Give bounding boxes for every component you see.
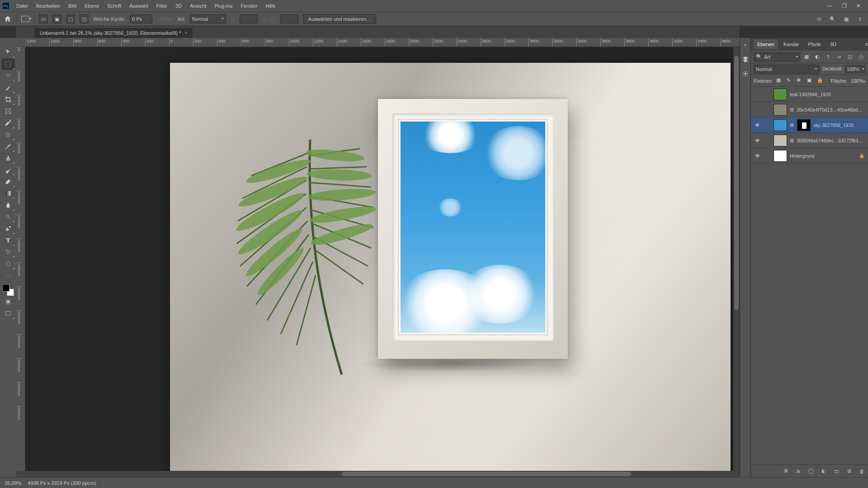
menu-item[interactable]: Schrift [104, 1, 125, 10]
expand-dock-icon[interactable]: « [741, 41, 750, 49]
stamp-tool[interactable] [1, 152, 15, 164]
path-select-tool[interactable] [1, 246, 15, 258]
tab-3d[interactable]: 3D [826, 39, 840, 49]
layer-name[interactable]: 09c540e4f70d13…43ce46bd18f3f2 [797, 107, 865, 113]
menu-item[interactable]: Datei [13, 1, 32, 10]
pen-tool[interactable] [1, 223, 15, 235]
crop-tool[interactable] [1, 94, 15, 105]
selection-subtract-icon[interactable]: ▢ [66, 14, 75, 23]
visibility-toggle-icon[interactable]: 👁 [754, 137, 761, 144]
filter-shape-icon[interactable]: ▱ [835, 52, 844, 61]
quick-mask-icon[interactable] [1, 296, 15, 308]
brush-tool[interactable] [1, 141, 15, 152]
minimize-button[interactable]: — [823, 3, 836, 9]
search-icon[interactable]: 🔍 [828, 14, 837, 23]
filter-toggle-icon[interactable]: ⏻ [856, 52, 865, 61]
canvas-area[interactable]: 1200100080060040020002004006008001000120… [16, 38, 740, 477]
tab-paths[interactable]: Pfade [804, 39, 825, 49]
layer-name[interactable]: Hintergrund [790, 153, 856, 159]
lock-artboard-icon[interactable]: ▣ [807, 77, 814, 84]
menu-item[interactable]: Filter [153, 1, 171, 10]
wand-tool[interactable] [1, 82, 15, 94]
style-select[interactable]: Normal [190, 14, 226, 23]
filter-type-icon[interactable]: T [824, 52, 833, 61]
lock-paint-icon[interactable]: ✎ [787, 77, 793, 84]
properties-icon[interactable] [741, 70, 750, 78]
dodge-tool[interactable] [1, 211, 15, 223]
workspace-icon[interactable]: ▦ [842, 14, 851, 23]
restore-button[interactable]: ❐ [837, 3, 851, 9]
marquee-tool[interactable] [1, 58, 15, 70]
feather-input[interactable]: 0 Px [130, 14, 152, 23]
delete-layer-icon[interactable]: 🗑 [858, 468, 865, 475]
tab-channels[interactable]: Kanäle [780, 39, 802, 49]
visibility-toggle-icon[interactable]: 👁 [754, 122, 761, 129]
type-tool[interactable] [1, 235, 15, 246]
close-tab-icon[interactable]: × [185, 30, 188, 35]
lock-all-icon[interactable]: 🔒 [817, 77, 824, 84]
lock-position-icon[interactable]: ✥ [797, 77, 803, 84]
layer-row[interactable]: 👁⛓306048a5746dec…b3172fb3a6c08 [751, 133, 868, 148]
layer-name[interactable]: 306048a5746dec…b3172fb3a6c08 [797, 138, 865, 143]
horizontal-scrollbar[interactable] [16, 471, 740, 477]
layer-thumbnail[interactable] [774, 89, 787, 100]
frame-tool[interactable] [1, 105, 15, 117]
blend-mode-select[interactable]: Normal [754, 65, 820, 74]
menu-item[interactable]: 3D [172, 1, 185, 10]
menu-item[interactable]: Plug-ins [211, 1, 236, 10]
adjustment-icon[interactable]: ◐ [820, 468, 827, 475]
mask-icon[interactable]: ◯ [807, 468, 815, 475]
move-tool[interactable] [1, 47, 15, 58]
vertical-scrollbar[interactable] [733, 47, 740, 471]
panel-menu-icon[interactable]: ≡ [865, 42, 868, 47]
selection-new-icon[interactable]: ▭ [39, 14, 48, 23]
visibility-toggle-icon[interactable] [754, 106, 761, 113]
filter-smart-icon[interactable]: ◫ [845, 52, 854, 61]
layer-row[interactable]: ⛓09c540e4f70d13…43ce46bd18f3f2 [751, 102, 868, 117]
filter-adjust-icon[interactable]: ◐ [813, 52, 822, 61]
fx-icon[interactable]: fx [795, 468, 802, 475]
layer-thumbnail[interactable] [774, 150, 787, 162]
selection-intersect-icon[interactable]: ◫ [80, 14, 89, 23]
layer-name[interactable]: sky-3027856_1920 [813, 122, 865, 128]
lasso-tool[interactable] [1, 70, 15, 82]
document-tab[interactable]: Unbenannt-1 bei 26,1% (sky-3027856_1920,… [34, 27, 193, 38]
history-brush-tool[interactable] [1, 164, 15, 176]
menu-item[interactable]: Ansicht [186, 1, 210, 10]
document-canvas[interactable] [170, 63, 731, 477]
filter-pixel-icon[interactable]: ▦ [802, 52, 811, 61]
layer-filter-search[interactable]: 🔍 Art ▾ [754, 52, 800, 61]
layer-row[interactable]: 👁⛓sky-3027856_1920 [751, 117, 868, 133]
visibility-toggle-icon[interactable] [754, 91, 761, 98]
layer-mask-thumbnail[interactable] [797, 119, 811, 131]
blur-tool[interactable] [1, 199, 15, 211]
menu-item[interactable]: Bearbeiten [33, 1, 64, 10]
ruler-horizontal[interactable]: 1200100080060040020002004006008001000120… [25, 38, 740, 47]
fill-input[interactable]: 100%▾ [851, 78, 865, 84]
layers-stack-icon[interactable] [741, 55, 750, 63]
ruler-origin[interactable] [16, 38, 25, 47]
ruler-vertical[interactable]: 0200400600800100012001400160018002000220… [16, 47, 25, 477]
layer-row[interactable]: 👁Hintergrund🔒 [751, 148, 868, 164]
layer-thumbnail[interactable] [774, 135, 787, 146]
layer-name[interactable]: leaf-1482948_1920 [790, 92, 865, 97]
shape-tool[interactable] [1, 258, 15, 270]
layer-row[interactable]: leaf-1482948_1920 [751, 87, 868, 102]
eyedropper-tool[interactable] [1, 117, 15, 129]
close-button[interactable]: ✕ [852, 3, 865, 9]
tab-layers[interactable]: Ebenen [754, 39, 778, 49]
menu-item[interactable]: Ebene [81, 1, 103, 10]
layer-thumbnail[interactable] [774, 104, 787, 116]
doc-info[interactable]: 4936 Px x 3319 Px (300 ppcm) [28, 480, 96, 486]
healing-tool[interactable] [1, 129, 15, 141]
selection-add-icon[interactable]: ▣ [52, 14, 61, 23]
more-tools[interactable]: ⋯ [1, 270, 15, 282]
select-and-mask-button[interactable]: Auswählen und maskieren… [303, 14, 376, 24]
menu-item[interactable]: Auswahl [126, 1, 152, 10]
lock-transparency-icon[interactable]: ▩ [776, 77, 783, 84]
visibility-toggle-icon[interactable]: 👁 [754, 152, 761, 160]
info-more-icon[interactable]: 〉 [102, 479, 107, 486]
new-layer-icon[interactable]: ⊞ [845, 468, 853, 475]
share-icon[interactable]: ⇪ [855, 14, 864, 23]
gradient-tool[interactable] [1, 188, 15, 199]
